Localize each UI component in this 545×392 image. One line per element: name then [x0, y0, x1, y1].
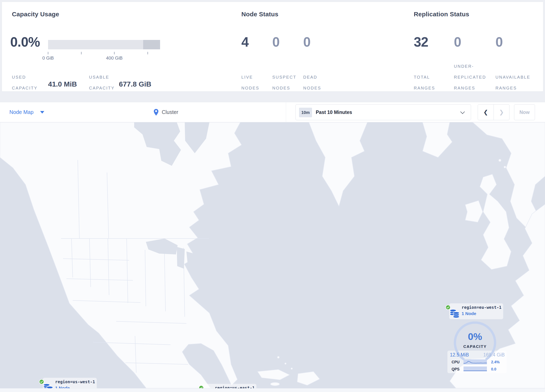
capacity-used: 12.5 MiB: [450, 352, 475, 358]
region-node-count: 1 Node: [462, 311, 476, 316]
total-ranges-label: TOTALRANGES: [414, 72, 435, 93]
replication-status-title: Replication Status: [414, 11, 469, 18]
cpu-value: 2.4%: [491, 360, 508, 364]
database-stack-icon: [450, 309, 460, 318]
capacity-percent: 0%: [456, 331, 494, 342]
capacity-tick: [48, 52, 48, 54]
usable-capacity-label: USABLECAPACITY: [89, 72, 115, 93]
capacity-tick: [81, 52, 81, 54]
now-button[interactable]: Now: [514, 104, 535, 120]
total-ranges-count: 32: [414, 35, 428, 50]
under-replicated-count: 0: [454, 35, 461, 50]
time-range-label: Past 10 Minutes: [316, 105, 352, 120]
time-prev-button[interactable]: ❮: [478, 105, 494, 120]
time-nav-group: ❮ ❯: [478, 104, 509, 120]
node-map: region=us-west-1 1 Node 0% CAPACITY 12.2…: [0, 122, 545, 388]
node-status-title: Node Status: [241, 11, 278, 18]
node-map-page: Capacity Usage 0.0% 0 GiB 400 GiB USEDCA…: [0, 0, 545, 392]
map-toolbar: Node Map Cluster 10m Past 10 Minutes ❮ ❯…: [0, 102, 545, 122]
dead-nodes-count: 0: [303, 35, 310, 50]
caret-down-icon: [40, 111, 44, 113]
capacity-percent: 0.0%: [10, 35, 40, 50]
unavailable-ranges-count: 0: [495, 35, 503, 50]
usable-capacity-value: 677.8 GiB: [119, 80, 151, 88]
breadcrumb[interactable]: Cluster: [154, 102, 178, 122]
region-name: region=us-west-1: [55, 380, 95, 384]
cluster-summary-panel: Capacity Usage 0.0% 0 GiB 400 GiB USEDCA…: [2, 2, 543, 92]
dead-nodes-label: DEADNODES: [303, 72, 321, 93]
capacity-tick-label-400: 400 GiB: [102, 56, 127, 61]
capacity-tick: [114, 52, 115, 54]
under-replicated-label: UNDER-REPLICATEDRANGES: [454, 61, 486, 93]
suspect-nodes-label: SUSPECTNODES: [272, 72, 296, 93]
cpu-label: CPU: [448, 360, 459, 364]
map-pin-icon: [154, 109, 159, 116]
region-marker-eu-west-1[interactable]: region=eu-west-1 1 Node 0% CAPACITY 12.5…: [419, 305, 508, 375]
region-name: region=eu-west-1: [462, 305, 502, 310]
capacity-tick: [148, 52, 148, 54]
capacity-bar: [48, 40, 160, 49]
capacity-free: 169.4 GiB: [479, 352, 505, 358]
used-capacity-value: 41.0 MiB: [48, 80, 77, 88]
capacity-gauge: [452, 320, 498, 366]
capacity-caption: CAPACITY: [454, 344, 496, 349]
view-selector-dropdown[interactable]: Node Map: [9, 102, 44, 122]
capacity-usage-title: Capacity Usage: [12, 11, 59, 18]
footer-strip: [0, 388, 545, 392]
qps-value: 0.0: [491, 367, 508, 372]
capacity-bar-segment: [143, 40, 160, 49]
time-next-button[interactable]: ❯: [494, 105, 509, 120]
used-capacity-label: USEDCAPACITY: [12, 72, 38, 93]
time-range-badge: 10m: [299, 108, 312, 117]
live-nodes-count: 4: [241, 35, 249, 50]
qps-label: QPS: [448, 367, 459, 372]
breadcrumb-label: Cluster: [162, 109, 178, 115]
suspect-nodes-count: 0: [272, 35, 280, 50]
time-range-dropdown[interactable]: 10m Past 10 Minutes: [296, 104, 471, 120]
view-selector-label: Node Map: [9, 109, 33, 115]
cpu-sparkline: [464, 359, 487, 364]
qps-sparkline: [464, 367, 487, 372]
unavailable-ranges-label: UNAVAILABLERANGES: [495, 72, 530, 93]
chevron-down-icon: [460, 110, 465, 114]
capacity-tick-label-0: 0 GiB: [36, 56, 61, 61]
toolbar-divider: [286, 102, 286, 122]
live-nodes-label: LIVENODES: [241, 72, 259, 93]
